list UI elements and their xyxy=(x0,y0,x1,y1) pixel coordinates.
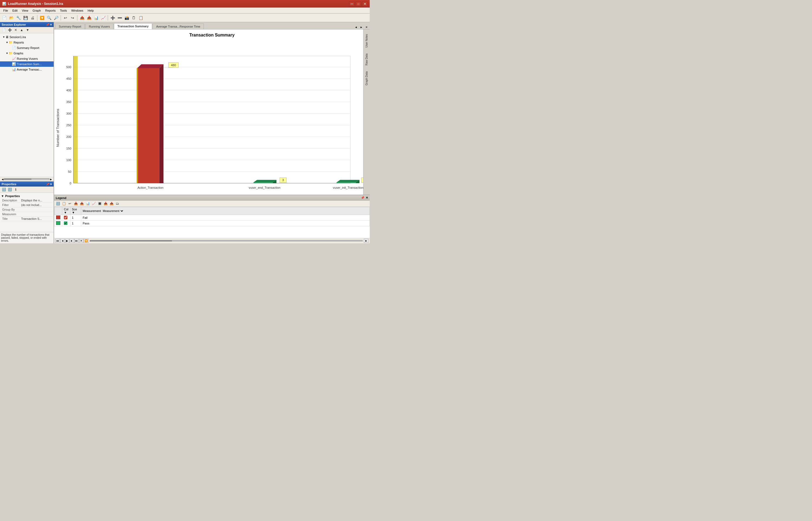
toolbar-extra2[interactable]: 📋 xyxy=(137,15,144,21)
session-explorer-pin[interactable]: 📌 xyxy=(46,23,49,26)
session-explorer-close[interactable]: ✕ xyxy=(50,23,52,26)
toolbar-remove[interactable]: ➖ xyxy=(116,15,123,21)
toolbar-snapshot[interactable]: 📸 xyxy=(123,15,130,21)
properties-pin[interactable]: 📌 xyxy=(46,183,49,186)
tree-item-graphs[interactable]: ▼ 📁 Graphs xyxy=(0,50,54,56)
props-tb-info[interactable]: ℹ xyxy=(13,187,18,192)
props-tb-cat[interactable]: 🔡 xyxy=(1,187,6,192)
minimize-button[interactable]: — xyxy=(349,1,355,6)
toolbar-export[interactable]: 📤 xyxy=(79,15,85,21)
scroll-right[interactable]: ► xyxy=(49,178,52,181)
toggle-graphs[interactable]: ▼ xyxy=(5,52,9,54)
session-tb-down[interactable]: ▼ xyxy=(25,28,30,32)
menu-graph[interactable]: Graph xyxy=(30,8,43,13)
toolbar-bar-chart[interactable]: 📊 xyxy=(93,15,99,21)
menu-tools[interactable]: Tools xyxy=(58,8,69,13)
measurement-dropdown[interactable]: Measurement xyxy=(102,209,124,213)
session-tb-up[interactable]: ▲ xyxy=(19,28,24,32)
legend-tb-2[interactable]: 📋 xyxy=(61,201,67,206)
session-tb-add[interactable]: ➕ xyxy=(7,28,13,32)
toggle-session[interactable]: ▼ xyxy=(2,36,5,38)
legend-table: Col ▼ Sce ▼ Measurement Measurement xyxy=(54,207,370,226)
toolbar-extra1[interactable]: 🗒 xyxy=(130,15,137,21)
legend-tb-1[interactable]: 🔢 xyxy=(55,201,61,206)
toolbar-filter[interactable]: 🔽 xyxy=(39,15,45,21)
session-tb-new[interactable]: 📄 xyxy=(1,28,6,32)
legend-tb-4[interactable]: 📥 xyxy=(73,201,79,206)
menu-view[interactable]: View xyxy=(20,8,30,13)
legend-tb-6[interactable]: 📊 xyxy=(85,201,90,206)
props-section-label: Properties xyxy=(5,195,20,198)
legend-close[interactable]: ✕ xyxy=(366,196,368,200)
toolbar-undo[interactable]: ↩ xyxy=(62,15,69,21)
menu-help[interactable]: Help xyxy=(86,8,96,13)
props-section-toggle[interactable]: ▼ xyxy=(1,195,4,198)
running-vusers-icon: 📈 xyxy=(12,57,16,61)
legend-check-pass[interactable] xyxy=(62,221,70,226)
toggle-reports[interactable]: ▼ xyxy=(5,41,9,44)
tree-label-average-transaction: Average Transac... xyxy=(17,68,42,71)
legend-tb-5[interactable]: 📤 xyxy=(79,201,84,206)
side-tab-raw-data[interactable]: Raw Data xyxy=(364,51,369,68)
tab-average-trans[interactable]: Average Transa...Response Time xyxy=(153,24,204,29)
legend-tb-10[interactable]: 📤 xyxy=(109,201,114,206)
close-button[interactable]: ✕ xyxy=(362,1,367,6)
tab-nav-next[interactable]: ► xyxy=(359,25,364,29)
tree-item-session[interactable]: ▼ 🖥 Session1.lra xyxy=(0,34,54,40)
side-tab-user-notes[interactable]: User Notes xyxy=(364,32,369,50)
legend-scroll-start[interactable]: ⏮ xyxy=(55,239,60,243)
toolbar-new[interactable]: 📄 xyxy=(1,15,7,21)
toolbar-redo[interactable]: ↪ xyxy=(69,15,76,21)
toolbar-zoom-in[interactable]: 🔍 xyxy=(46,15,52,21)
legend-tb-8[interactable]: 🔳 xyxy=(97,201,102,206)
legend-tb-9[interactable]: 📥 xyxy=(103,201,108,206)
menu-edit[interactable]: Edit xyxy=(10,8,20,13)
props-tb-alpha[interactable]: 🔢 xyxy=(7,187,13,192)
toolbar-zoom-out[interactable]: 🔎 xyxy=(53,15,59,21)
tab-bar: Summary Report Running Vusers Transactio… xyxy=(54,22,370,29)
legend-scroll-next[interactable]: ► xyxy=(69,239,74,243)
toolbar-open[interactable]: 📂 xyxy=(8,15,15,21)
toolbar-import[interactable]: 📥 xyxy=(86,15,92,21)
scroll-left[interactable]: ◄ xyxy=(1,178,4,181)
tab-transaction-summary[interactable]: Transaction Summary xyxy=(114,23,152,29)
menu-windows[interactable]: Windows xyxy=(69,8,86,13)
legend-scroll-right[interactable]: ► xyxy=(364,239,369,243)
menu-file[interactable]: File xyxy=(1,8,10,13)
legend-tb-3[interactable]: ↩ xyxy=(67,201,72,206)
session-tb-delete[interactable]: ✕ xyxy=(13,28,18,32)
toolbar-print[interactable]: 🖨 xyxy=(29,15,36,21)
props-label-measurement: Measurem xyxy=(2,212,21,216)
legend-scroll-play[interactable]: ▶ xyxy=(65,239,69,243)
legend-tb-11[interactable]: 🗂 xyxy=(115,201,120,206)
pass-checkbox[interactable] xyxy=(64,222,67,225)
legend-scroll-end[interactable]: ⏭ xyxy=(74,239,79,243)
legend-check-fail[interactable] xyxy=(62,215,70,221)
toolbar-add[interactable]: ➕ xyxy=(109,15,116,21)
properties-close[interactable]: ✕ xyxy=(50,183,52,186)
tab-nav-prev[interactable]: ◄ xyxy=(354,25,358,29)
legend-scroll-filter[interactable]: 🔽 xyxy=(83,239,89,243)
tree-item-running-vusers[interactable]: 📈 Running Vusers xyxy=(0,56,54,61)
svg-text:200: 200 xyxy=(66,135,71,138)
legend-scroll-prev[interactable]: ◄ xyxy=(60,239,65,243)
tree-item-reports[interactable]: ▼ 📁 Reports xyxy=(0,40,54,45)
side-tab-graph-data[interactable]: Graph Data xyxy=(364,69,369,88)
legend-pin[interactable]: 📌 xyxy=(361,196,365,200)
transaction-summary-icon: 📊 xyxy=(12,62,16,66)
toolbar-line-chart[interactable]: 📈 xyxy=(100,15,106,21)
tree-item-average-transaction[interactable]: 📊 Average Transac... xyxy=(0,67,54,72)
toolbar-session[interactable]: 🔧 xyxy=(15,15,22,21)
tree-item-summary-report[interactable]: 📄 Summary Report xyxy=(0,45,54,50)
tab-running-vusers[interactable]: Running Vusers xyxy=(85,24,113,29)
tree-scrollbar[interactable]: ◄ ► xyxy=(0,177,54,181)
fail-checkbox[interactable] xyxy=(64,216,67,219)
tree-item-transaction-summary[interactable]: 📊 Transaction Sum... xyxy=(0,61,54,67)
tab-summary-report[interactable]: Summary Report xyxy=(55,24,85,29)
legend-tb-7[interactable]: 📈 xyxy=(91,201,97,206)
menu-reports[interactable]: Reports xyxy=(43,8,58,13)
legend-scroll-stop[interactable]: ✕ xyxy=(79,239,83,243)
tab-close[interactable]: ✕ xyxy=(364,25,369,29)
toolbar-save[interactable]: 💾 xyxy=(22,15,29,21)
maximize-button[interactable]: □ xyxy=(356,1,361,6)
